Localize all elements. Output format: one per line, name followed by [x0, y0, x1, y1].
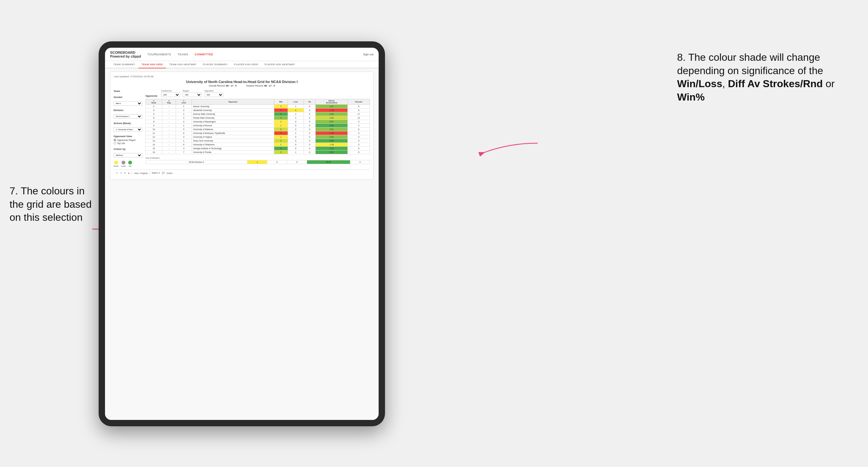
cell-diff: 2.33	[316, 135, 348, 139]
tab-team-h2h-grid[interactable]: TEAM H2H GRID	[138, 61, 166, 68]
cell-loss: 1	[288, 131, 304, 135]
table-row: 6 - 2 Florida State University 4 2 0 1.8…	[146, 116, 370, 120]
toolbar-pause[interactable]: ⏸	[128, 172, 130, 174]
cell-loss: 0	[288, 147, 304, 151]
cell-opponent: University of Arizona	[191, 124, 274, 128]
cell-rank: 11	[146, 131, 162, 135]
out-loss: 0	[267, 160, 287, 164]
tab-team-h2h-heatmap[interactable]: TEAM H2H HEATMAP	[166, 61, 200, 68]
cell-rounds: 9	[347, 139, 370, 143]
school-section: School (Rank) 1. University of Nort...	[114, 122, 142, 132]
out-rounds: 3	[350, 160, 370, 164]
cell-tie: 0	[304, 139, 315, 143]
cell-rank: 4	[146, 112, 162, 116]
cell-loss: 0	[288, 139, 304, 143]
sign-out-link[interactable]: Sign out	[363, 53, 374, 56]
tableau-container: Last Updated: 27/03/2024 16:55:38 Univer…	[110, 71, 374, 180]
col-loss: Loss	[288, 99, 304, 105]
tab-player-h2h-grid[interactable]: PLAYER H2H GRID	[231, 61, 261, 68]
colour-by-section: Colour by Win/loss	[114, 148, 142, 157]
cell-tie: 0	[304, 112, 315, 116]
cell-tie: 0	[304, 131, 315, 135]
toolbar-reset[interactable]: ↺	[124, 172, 126, 174]
cell-conf: 2	[176, 108, 191, 112]
region-select[interactable]: (All)	[183, 93, 202, 97]
cell-tie: 0	[304, 120, 315, 124]
cell-win: 1	[274, 124, 288, 128]
cell-conf: 2	[176, 120, 191, 124]
cell-opponent: University of Alabama	[191, 128, 274, 131]
tab-player-h2h-heatmap[interactable]: PLAYER H2H HEATMAP	[261, 61, 298, 68]
school-dropdown[interactable]: 1. University of Nort...	[114, 127, 142, 132]
table-row: 8 - 2 University of Washington 1 0 0 3.6…	[146, 120, 370, 124]
tab-team-summary[interactable]: TEAM SUMMARY	[110, 61, 138, 68]
toolbar-watch[interactable]: Watch ▾	[152, 172, 160, 174]
cell-win: 1	[274, 143, 288, 147]
cell-win: 0	[274, 108, 288, 112]
nav-committee[interactable]: COMMITTEE	[195, 53, 214, 56]
opponent-select[interactable]: (All)	[204, 93, 223, 97]
toolbar-undo[interactable]: ↩	[116, 172, 118, 174]
cell-win: 1	[274, 135, 288, 139]
table-row: 3 - 2 Vanderbilt University 0 4 0 -2.29 …	[146, 108, 370, 112]
cell-rounds: 12	[347, 116, 370, 120]
cell-conf: 1	[176, 124, 191, 128]
gender-section: Gender Men's	[114, 96, 142, 105]
division-record: Division Record: 88 · 17 · 0	[246, 84, 275, 87]
cell-win: 5	[274, 147, 288, 151]
division-dropdown[interactable]: NCAA Division I	[114, 114, 142, 119]
tab-player-summary[interactable]: PLAYER SUMMARY	[199, 61, 231, 68]
col-conf: #Conf	[176, 99, 191, 105]
cell-win: 3	[274, 151, 288, 154]
cell-tie: 0	[304, 143, 315, 147]
cell-rounds: 3	[347, 131, 370, 135]
conference-select[interactable]: (All)	[161, 93, 180, 97]
toolbar-comment[interactable]: 💬	[162, 172, 165, 174]
right-annotation: 8. The colour shade will change dependin…	[677, 51, 852, 104]
cell-conf: 1	[176, 105, 191, 108]
legend-down-dot	[114, 161, 118, 164]
cell-diff: 5.56	[316, 139, 348, 143]
cell-tie: 0	[304, 151, 315, 154]
nav-teams[interactable]: TEAMS	[178, 53, 188, 56]
cell-reg: -	[162, 112, 176, 116]
cell-rounds: 3	[347, 143, 370, 147]
cell-rank: 9	[146, 124, 162, 128]
tablet-device: SCOREBOARD Powered by clippd TOURNAMENTS…	[99, 41, 385, 426]
layout-main: Team Gender Men's Division NCAA Division…	[114, 90, 370, 167]
cell-tie: 0	[304, 135, 315, 139]
colour-by-dropdown[interactable]: Win/loss	[114, 153, 142, 157]
radio-opponents-played[interactable]: Opponents Played	[114, 139, 142, 141]
table-row: 14 - 6 University of Oklahoma 1 0 0 -1.0…	[146, 143, 370, 147]
toolbar-view[interactable]: View: Original	[134, 172, 148, 174]
gender-dropdown[interactable]: Men's	[114, 101, 142, 105]
nav-tournaments[interactable]: TOURNAMENTS	[147, 53, 171, 56]
cell-rank: 16	[146, 151, 162, 154]
cell-reg: -	[162, 135, 176, 139]
radio-top100[interactable]: Top 100	[114, 142, 142, 145]
table-row: 4 - 1 Arizona State University 5 1 0 2.2…	[146, 112, 370, 116]
cell-loss: 1	[288, 151, 304, 154]
table-row: 2 - 1 Auburn University 2 1 0 1.67 9	[146, 105, 370, 108]
col-opponent: Opponent	[191, 99, 274, 105]
table-row: 10 - 5 University of Alabama 3 0 0 2.61 …	[146, 128, 370, 131]
cell-opponent: Georgia Institute of Technology	[191, 147, 274, 151]
cell-diff: -1.00	[316, 143, 348, 147]
cell-rounds: 9	[347, 151, 370, 154]
cell-rounds: 3	[347, 135, 370, 139]
cell-conf: 7	[176, 151, 191, 154]
filters-row: Opponents: Conference (All) Region (	[146, 90, 370, 97]
cell-reg: -	[162, 131, 176, 135]
toolbar-share[interactable]: Share	[167, 172, 173, 174]
left-annotation: 7. The colours in the grid are based on …	[9, 185, 92, 224]
cell-reg: -	[162, 116, 176, 120]
cell-rounds: 9	[347, 105, 370, 108]
cell-rank: 12	[146, 135, 162, 139]
table-row: 12 - 3 University of Virginia 1 0 0 2.33…	[146, 135, 370, 139]
cell-conf: 6	[176, 131, 191, 135]
nav-items: TOURNAMENTS TEAMS COMMITTEE	[147, 53, 363, 56]
toolbar-redo[interactable]: ↪	[120, 172, 122, 174]
cell-loss: 2	[288, 116, 304, 120]
col-rank: #Rank	[146, 99, 162, 105]
cell-rank: 6	[146, 116, 162, 120]
